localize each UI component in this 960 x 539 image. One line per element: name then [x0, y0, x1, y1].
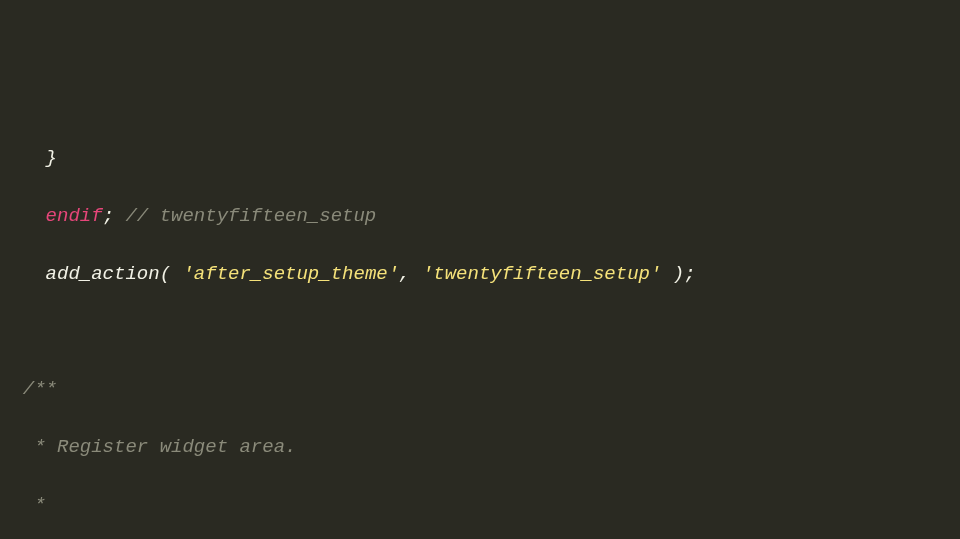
code-line-blank [0, 318, 960, 347]
fn-call: add_action [0, 263, 160, 285]
comma: , [399, 263, 422, 285]
code-line: /** [0, 375, 960, 404]
code-line: endif; // twentyfifteen_setup [0, 202, 960, 231]
paren: ( [160, 263, 183, 285]
code-line: * Register widget area. [0, 433, 960, 462]
comment: // twentyfifteen_setup [114, 205, 376, 227]
docblock-star: * [0, 494, 46, 516]
semicolon: ; [103, 205, 114, 227]
string: 'twentyfifteen_setup' [422, 263, 661, 285]
paren: ); [661, 263, 695, 285]
code-line: } [0, 144, 960, 173]
docblock-open: /** [0, 378, 57, 400]
keyword-endif: endif [0, 205, 103, 227]
code-editor[interactable]: } endif; // twentyfifteen_setup add_acti… [0, 116, 960, 540]
brace-close: } [0, 147, 57, 169]
code-line: add_action( 'after_setup_theme', 'twenty… [0, 260, 960, 289]
docblock-text: * Register widget area. [0, 436, 296, 458]
string: 'after_setup_theme' [182, 263, 399, 285]
code-line: * [0, 491, 960, 520]
